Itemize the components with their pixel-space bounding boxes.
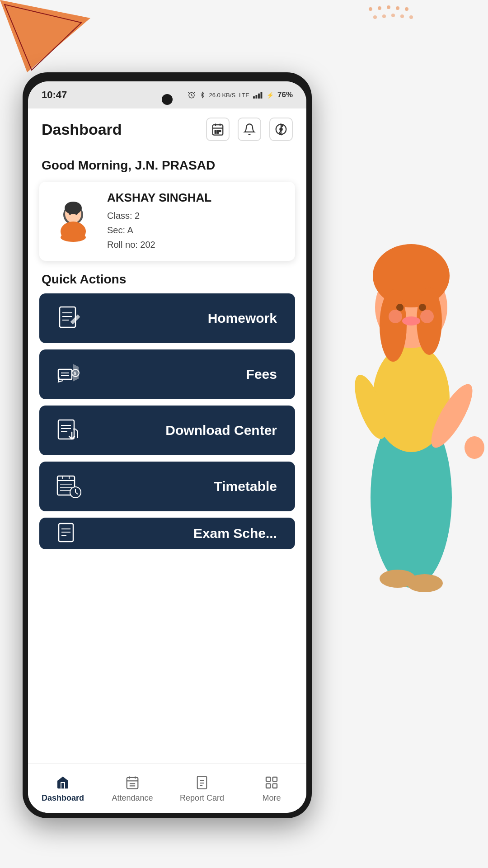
timetable-icon (53, 471, 84, 502)
phone-frame: 10:47 26.0 KB/S LTE ⚡ 76% (23, 72, 312, 818)
svg-rect-55 (58, 369, 72, 379)
svg-point-7 (373, 15, 377, 19)
home-svg (56, 775, 70, 790)
app-content: Dashboard (28, 108, 306, 813)
bell-icon (243, 123, 256, 136)
student-roll: Roll no: 202 (107, 237, 284, 252)
network-speed: 26.0 KB/S (209, 92, 236, 99)
attendance-svg (126, 775, 139, 790)
student-section: Sec: A (107, 223, 284, 237)
svg-rect-38 (217, 131, 219, 132)
report-card-icon (193, 774, 211, 791)
nav-attendance[interactable]: Attendance (98, 764, 167, 813)
sync-button[interactable] (269, 118, 293, 141)
svg-point-43 (279, 127, 283, 131)
svg-rect-31 (258, 94, 260, 99)
download-center-icon (53, 415, 84, 446)
homework-icon (53, 302, 84, 334)
svg-rect-89 (273, 777, 277, 781)
svg-rect-88 (266, 777, 270, 781)
status-bar: 10:47 26.0 KB/S LTE ⚡ 76% (28, 81, 306, 108)
svg-rect-91 (273, 783, 277, 788)
svg-text:$: $ (74, 371, 76, 376)
report-card-svg (196, 775, 208, 790)
svg-point-19 (419, 304, 426, 311)
exam-schedule-button[interactable]: Exam Sche... (39, 518, 295, 549)
header-actions (206, 118, 293, 141)
quick-actions-list: Homework $ (28, 293, 306, 549)
svg-point-9 (391, 14, 395, 17)
bluetooth-icon (199, 91, 206, 99)
svg-point-22 (465, 436, 484, 459)
phone-screen: 10:47 26.0 KB/S LTE ⚡ 76% (28, 81, 306, 813)
bg-dots-decoration (366, 5, 420, 32)
alarm-icon (188, 91, 196, 99)
svg-point-18 (396, 304, 404, 311)
battery-percent: 76% (277, 90, 293, 99)
fees-icon: $ (53, 359, 84, 390)
svg-point-4 (387, 5, 390, 9)
fees-button[interactable]: $ Fees (39, 349, 295, 399)
greeting-text: Good Morning, J.N. PRASAD (28, 148, 306, 177)
svg-rect-37 (215, 131, 216, 132)
sync-icon (274, 123, 288, 136)
calendar-icon (211, 123, 225, 136)
svg-point-6 (405, 7, 408, 11)
svg-point-16 (380, 289, 407, 362)
svg-rect-29 (253, 96, 255, 99)
svg-rect-90 (266, 783, 270, 788)
svg-point-8 (382, 14, 386, 18)
nav-more-label: More (262, 793, 281, 803)
lte-badge: LTE (239, 92, 249, 99)
bell-button[interactable] (238, 118, 261, 141)
exam-icon (53, 518, 84, 549)
svg-rect-51 (60, 307, 75, 327)
svg-point-2 (369, 7, 372, 11)
battery-icon: ⚡ (267, 92, 274, 99)
character-illustration (321, 90, 488, 633)
svg-point-20 (402, 316, 420, 326)
nav-more[interactable]: More (237, 764, 306, 813)
svg-rect-41 (217, 132, 219, 133)
fees-label: Fees (246, 367, 282, 382)
calendar-button[interactable] (206, 118, 230, 141)
student-class: Class: 2 (107, 208, 284, 223)
svg-point-47 (69, 212, 71, 215)
svg-point-25 (407, 574, 443, 592)
page-title: Dashboard (42, 121, 122, 138)
more-svg (264, 775, 279, 790)
student-name: AKSHAY SINGHAL (107, 191, 284, 205)
svg-point-46 (65, 202, 82, 214)
quick-actions-title: Quick Actions (28, 270, 306, 293)
student-card[interactable]: AKSHAY SINGHAL Class: 2 Sec: A Roll no: … (39, 182, 295, 261)
nav-report-card[interactable]: Report Card (167, 764, 237, 813)
timetable-label: Timetable (214, 479, 282, 494)
svg-marker-0 (0, 0, 90, 72)
svg-rect-84 (197, 776, 207, 788)
svg-point-26 (389, 310, 402, 323)
svg-point-10 (400, 14, 404, 18)
svg-rect-40 (215, 132, 216, 133)
timetable-button[interactable]: Timetable (39, 462, 295, 511)
nav-dashboard-label: Dashboard (42, 793, 84, 803)
bottom-nav: Dashboard Attendance (28, 763, 306, 813)
svg-point-11 (409, 15, 413, 19)
homework-label: Homework (208, 311, 282, 326)
nav-dashboard[interactable]: Dashboard (28, 764, 98, 813)
homework-button[interactable]: Homework (39, 293, 295, 343)
home-icon (54, 774, 71, 791)
nav-attendance-label: Attendance (112, 793, 153, 803)
svg-point-3 (378, 6, 381, 10)
svg-point-5 (396, 6, 399, 10)
app-header: Dashboard (28, 108, 306, 148)
attendance-icon (124, 774, 141, 791)
more-icon (263, 774, 280, 791)
download-center-button[interactable]: Download Center (39, 406, 295, 455)
nav-report-card-label: Report Card (180, 793, 224, 803)
status-icons: 26.0 KB/S LTE ⚡ 76% (188, 90, 293, 99)
camera-notch (162, 94, 173, 105)
status-time: 10:47 (42, 89, 67, 101)
svg-rect-30 (255, 95, 257, 99)
student-avatar (51, 199, 96, 244)
student-info: AKSHAY SINGHAL Class: 2 Sec: A Roll no: … (107, 191, 284, 252)
